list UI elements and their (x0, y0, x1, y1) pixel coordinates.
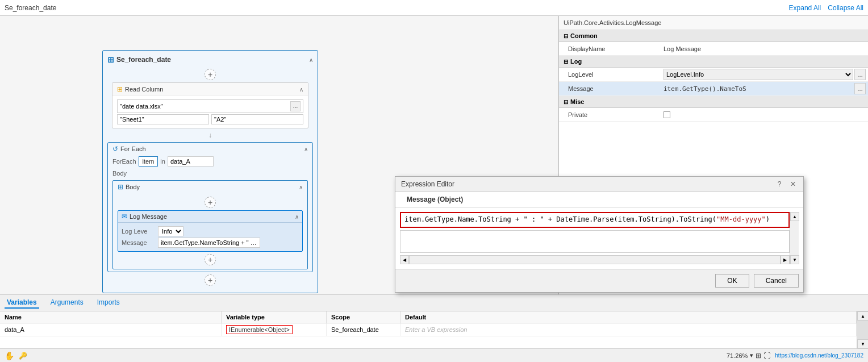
dialog-editor-content: item.GetType.Name.ToString + " : " + Dat… (400, 212, 790, 264)
log-collapse[interactable]: ∧ (295, 214, 299, 220)
workflow-title: Se_foreach_date (5, 4, 56, 12)
dialog-title: Expression Editor (401, 180, 454, 188)
dialog-vscroll: ▲ ▼ (790, 212, 799, 264)
tab-arguments[interactable]: Arguments (48, 297, 86, 309)
foreach-collapse[interactable]: ∧ (304, 146, 308, 152)
bottom-content: Name Variable type Scope Default data_A … (0, 311, 868, 348)
misc-expand-icon[interactable]: ⊟ (564, 99, 568, 105)
dialog-footer: OK Cancel (395, 269, 803, 292)
log-level-prop-select[interactable]: LogLevel.Info (663, 69, 853, 80)
message-prop-btn[interactable]: … (854, 83, 866, 94)
expand-all-btn[interactable]: Expand All (789, 4, 821, 12)
hscroll-right-btn[interactable]: ▶ (781, 255, 790, 264)
log-level-prop-btn[interactable]: … (854, 69, 866, 80)
log-message-box: ✉ Log Message ∧ Log Leve In (118, 210, 303, 252)
fullscreen-btn[interactable]: ⛶ (763, 352, 770, 360)
log-icon: ✉ (122, 213, 127, 220)
expression-input[interactable]: item.GetType.Name.ToString + " : " + Dat… (400, 212, 790, 228)
cell-field[interactable]: "A2" (211, 114, 303, 124)
read-col-collapse[interactable]: ∧ (299, 86, 303, 93)
scroll-up-btn[interactable]: ▲ (857, 311, 868, 321)
foreach-icon: ↺ (112, 145, 118, 153)
message-row: Message item.GetType().NameToS … (559, 82, 868, 96)
var-type-cell: IEnumerable<Object> (222, 323, 327, 336)
expr-string-text: "MM-dd-yyyy" (716, 215, 766, 223)
status-bar: ✋ 🔑 71.26% ▾ ⊞ ⛶ https://blog.csdn.net/b… (0, 348, 868, 362)
dialog-titlebar: Expression Editor ? ✕ (395, 177, 803, 192)
properties-header: UiPath.Core.Activities.LogMessage (559, 16, 868, 30)
expr-normal-text: item.GetType.Name.ToString + " : " + Dat… (404, 215, 716, 223)
status-url: https://blog.csdn.net/blog_2307182 (775, 352, 863, 359)
read-column-box: ⊞ Read Column ∧ "date data.xlsx" … "Shee… (112, 82, 308, 128)
misc-section-header: ⊟ Misc (559, 96, 868, 108)
body-title-text: ⊞ Body (118, 183, 140, 191)
bottom-panel: Variables Arguments Imports Name Variabl… (0, 294, 868, 348)
read-column-title-text: ⊞ Read Column (117, 85, 163, 93)
fit-screen-btn[interactable]: ⊞ (756, 352, 761, 360)
sheet-field[interactable]: "Sheet1" (117, 114, 209, 124)
zoom-level: 71.26% (727, 352, 748, 359)
private-prop-value (661, 110, 868, 119)
body-collapse[interactable]: ∧ (299, 184, 303, 190)
status-left: ✋ 🔑 (5, 351, 27, 360)
read-col-icon: ⊞ (117, 85, 123, 93)
tab-imports[interactable]: Imports (95, 297, 122, 309)
foreach-collection[interactable]: data_A (168, 156, 214, 167)
scope-col-header: Scope (327, 311, 400, 323)
sequence-collapse-btn[interactable]: ∧ (309, 57, 313, 63)
log-section-header: ⊟ Log (559, 56, 868, 68)
var-name-cell[interactable]: data_A (0, 323, 222, 336)
foreach-title: ↺ For Each ∧ (108, 143, 312, 155)
log-title-bar: ✉ Log Message ∧ (118, 211, 302, 223)
dialog-help-btn[interactable]: ? (775, 180, 784, 188)
type-col-header: Variable type (222, 311, 327, 323)
hscroll-track (409, 255, 781, 264)
zoom-dropdown-btn[interactable]: ▾ (750, 352, 753, 359)
expr-empty-area (400, 230, 790, 253)
collapse-all-btn[interactable]: Collapse All (828, 4, 863, 12)
log-msg-value[interactable]: item.GetType.NameToString + " : " + D (158, 238, 260, 248)
foreach-item-name[interactable]: item (139, 156, 158, 167)
cancel-button[interactable]: Cancel (754, 274, 799, 288)
log-level-select[interactable]: Info (158, 226, 183, 236)
expression-editor-dialog: Expression Editor ? ✕ Message (Object) i… (395, 176, 804, 293)
scroll-down-btn[interactable]: ▼ (857, 339, 868, 348)
log-expand-icon[interactable]: ⊟ (564, 59, 568, 65)
body-content: + ✉ Log Message ∧ (113, 193, 307, 269)
tab-variables[interactable]: Variables (5, 297, 39, 309)
workflow-container: ⊞ Se_foreach_date ∧ + ⊞ Read Column ∧ (102, 50, 318, 293)
key-icon: 🔑 (19, 352, 27, 360)
hscroll-left-btn[interactable]: ◀ (400, 255, 409, 264)
log-level-row: LogLevel LogLevel.Info … (559, 68, 868, 82)
sequence-title-text: ⊞ Se_foreach_date (107, 55, 171, 64)
bottom-tabs: Variables Arguments Imports (0, 295, 868, 311)
bottom-scroll: ▲ ▼ (857, 311, 868, 348)
add-btn-top[interactable]: + (205, 69, 216, 80)
common-expand-icon[interactable]: ⊟ (564, 33, 568, 39)
name-col-header: Name (0, 311, 222, 323)
body-title: ⊞ Body ∧ (113, 181, 307, 193)
dialog-subtitle: Message (Object) (401, 192, 469, 207)
add-btn-body-bottom[interactable]: + (205, 254, 216, 265)
file-field[interactable]: "date data.xlsx" … (117, 99, 303, 113)
file-browse-btn[interactable]: … (290, 101, 301, 111)
private-checkbox[interactable] (663, 111, 670, 118)
add-btn-body-top[interactable]: + (205, 197, 216, 208)
dialog-close-btn[interactable]: ✕ (788, 180, 798, 188)
sequence-box: ⊞ Se_foreach_date ∧ + ⊞ Read Column ∧ (102, 50, 318, 293)
log-msg-field: Message item.GetType.NameToString + " : … (122, 238, 299, 248)
read-column-body: "date data.xlsx" … "Sheet1" "A2" (112, 96, 308, 128)
add-btn-bottom[interactable]: + (205, 274, 216, 286)
dialog-hscroll: ◀ ▶ (400, 255, 790, 264)
sequence-icon: ⊞ (107, 55, 114, 64)
vscroll-down-btn[interactable]: ▼ (790, 255, 799, 264)
var-default-placeholder[interactable]: Enter a VB expression (405, 326, 467, 333)
ok-button[interactable]: OK (715, 274, 749, 288)
table-row: data_A IEnumerable<Object> Se_foreach_da… (0, 323, 857, 336)
vscroll-up-btn[interactable]: ▲ (790, 212, 799, 221)
foreach-row: ForEach item in data_A (108, 155, 312, 169)
arrow-1: ↓ (107, 131, 313, 140)
private-row: Private (559, 108, 868, 122)
var-type-value[interactable]: IEnumerable<Object> (226, 325, 293, 334)
zoom-controls: 71.26% ▾ ⊞ ⛶ (727, 352, 770, 360)
